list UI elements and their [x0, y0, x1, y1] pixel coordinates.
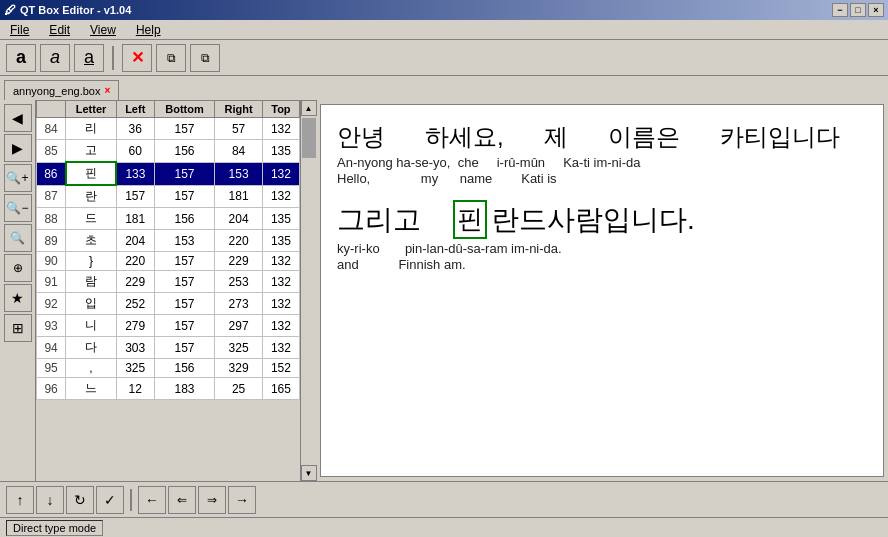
btn-a-italic[interactable]: a [40, 44, 70, 72]
cell-letter: 고 [66, 140, 117, 163]
a-normal-label: a [16, 47, 26, 68]
btn-left-arrow[interactable]: ← [138, 486, 166, 514]
cell-coord: 132 [262, 118, 299, 140]
scroll-thumb[interactable] [302, 118, 316, 158]
cell-coord: 132 [262, 293, 299, 315]
a-underline-label: a [84, 47, 94, 68]
table-row[interactable]: 88드181156204135 [37, 208, 300, 230]
table-row[interactable]: 87란157157181132 [37, 185, 300, 208]
cell-coord: 325 [116, 359, 154, 378]
maximize-button[interactable]: □ [850, 3, 866, 17]
btn-up[interactable]: ↑ [6, 486, 34, 514]
table-row[interactable]: 90}220157229132 [37, 252, 300, 271]
btn-copy2[interactable]: ⧉ [190, 44, 220, 72]
tab-close-icon[interactable]: × [104, 85, 110, 96]
close-button[interactable]: × [868, 3, 884, 17]
table-row[interactable]: 84리3615757132 [37, 118, 300, 140]
table-row[interactable]: 95,325156329152 [37, 359, 300, 378]
btn-down[interactable]: ↓ [36, 486, 64, 514]
menu-view[interactable]: View [84, 21, 122, 39]
btn-rotate-cw[interactable]: ↻ [66, 486, 94, 514]
scroll-up-arrow[interactable]: ▲ [301, 100, 317, 116]
preview-roman-line2: ky-ri-ko pin-lan-dû-sa-ram im-ni-da. [337, 241, 867, 256]
btn-delete[interactable]: ✕ [122, 44, 152, 72]
cell-coord: 135 [262, 140, 299, 163]
cell-num: 96 [37, 378, 66, 400]
cell-coord: 204 [116, 230, 154, 252]
zoom-out-btn[interactable]: 🔍− [4, 194, 32, 222]
star-btn[interactable]: ★ [4, 284, 32, 312]
table-row[interactable]: 96느1218325165 [37, 378, 300, 400]
col-header-right: Right [215, 101, 262, 118]
btn-back-arrow[interactable]: ⇐ [168, 486, 196, 514]
nav-back[interactable]: ◀ [4, 104, 32, 132]
cell-coord: 157 [154, 162, 215, 185]
grid-btn[interactable]: ⊞ [4, 314, 32, 342]
cell-coord: 220 [215, 230, 262, 252]
table-row[interactable]: 89초204153220135 [37, 230, 300, 252]
col-header-num [37, 101, 66, 118]
zoom-fit-btn[interactable]: 🔍 [4, 224, 32, 252]
scroll-track: ▲ ▼ [300, 100, 316, 481]
col-header-left: Left [116, 101, 154, 118]
preview-area: 안녕 하세요, 제 이름은 카티입니다 An-nyong ha-se-yo, c… [320, 104, 884, 477]
cell-coord: 156 [154, 359, 215, 378]
cell-coord: 156 [154, 140, 215, 163]
status-text: Direct type mode [13, 522, 96, 534]
cell-coord: 157 [154, 315, 215, 337]
cell-coord: 156 [154, 208, 215, 230]
btn-a-normal[interactable]: a [6, 44, 36, 72]
menu-help[interactable]: Help [130, 21, 167, 39]
cell-coord: 273 [215, 293, 262, 315]
cell-coord: 135 [262, 230, 299, 252]
cell-coord: 36 [116, 118, 154, 140]
btn-check[interactable]: ✓ [96, 486, 124, 514]
pk2-prefix: 그리고 [337, 201, 421, 239]
cell-coord: 279 [116, 315, 154, 337]
cell-letter: 드 [66, 208, 117, 230]
scroll-down-arrow[interactable]: ▼ [301, 465, 317, 481]
table-row[interactable]: 91람229157253132 [37, 271, 300, 293]
menu-edit[interactable]: Edit [43, 21, 76, 39]
cell-num: 87 [37, 185, 66, 208]
main-content: ◀ ▶ 🔍+ 🔍− 🔍 ⊕ ★ ⊞ Letter Left Bottom Rig… [0, 100, 888, 481]
zoom-in-btn[interactable]: 🔍+ [4, 164, 32, 192]
preview-korean-line1: 안녕 하세요, 제 이름은 카티입니다 [337, 121, 867, 153]
cell-letter: , [66, 359, 117, 378]
btn-fwd-arrow[interactable]: ⇒ [198, 486, 226, 514]
window-controls: − □ × [832, 3, 884, 17]
cell-coord: 229 [116, 271, 154, 293]
table-row[interactable]: 94다303157325132 [37, 337, 300, 359]
title-bar: 🖊 QT Box Editor - v1.04 − □ × [0, 0, 888, 20]
menu-file[interactable]: File [4, 21, 35, 39]
nav-forward[interactable]: ▶ [4, 134, 32, 162]
zoom-100-btn[interactable]: ⊕ [4, 254, 32, 282]
data-table: Letter Left Bottom Right Top 84리36157571… [36, 100, 300, 400]
cell-coord: 220 [116, 252, 154, 271]
cell-coord: 157 [154, 293, 215, 315]
cell-num: 94 [37, 337, 66, 359]
cell-coord: 325 [215, 337, 262, 359]
cell-coord: 133 [116, 162, 154, 185]
cell-num: 90 [37, 252, 66, 271]
cell-coord: 165 [262, 378, 299, 400]
cell-coord: 132 [262, 162, 299, 185]
cell-coord: 152 [262, 359, 299, 378]
table-row[interactable]: 86핀133157153132 [37, 162, 300, 185]
cell-coord: 303 [116, 337, 154, 359]
table-row[interactable]: 85고6015684135 [37, 140, 300, 163]
col-header-letter: Letter [66, 101, 117, 118]
table-row[interactable]: 92입252157273132 [37, 293, 300, 315]
highlighted-char-display: 핀 [453, 200, 487, 239]
cell-coord: 135 [262, 208, 299, 230]
cell-letter: 람 [66, 271, 117, 293]
cell-coord: 132 [262, 252, 299, 271]
btn-right-arrow[interactable]: → [228, 486, 256, 514]
cell-letter: 초 [66, 230, 117, 252]
tab-annyong[interactable]: annyong_eng.box × [4, 80, 119, 100]
table-row[interactable]: 93니279157297132 [37, 315, 300, 337]
btn-copy1[interactable]: ⧉ [156, 44, 186, 72]
minimize-button[interactable]: − [832, 3, 848, 17]
pk1-4: 이름은 [608, 121, 680, 153]
btn-a-underline[interactable]: a [74, 44, 104, 72]
